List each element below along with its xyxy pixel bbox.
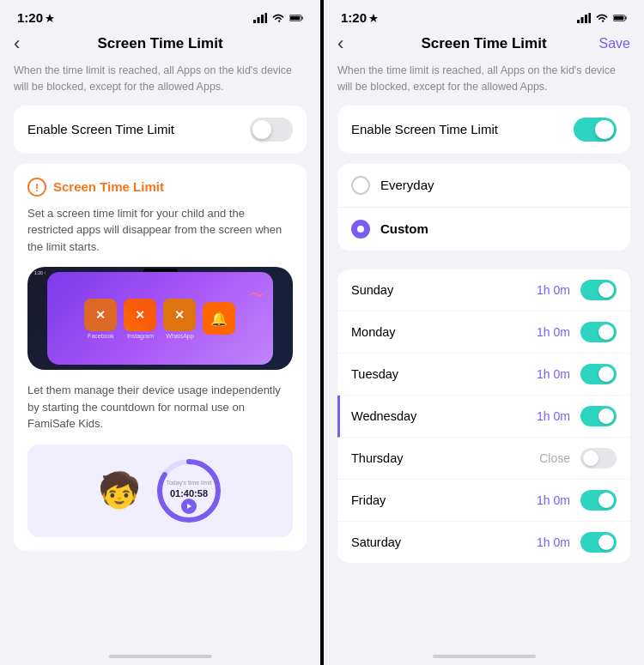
enable-toggle-label-right: Enable Screen Time Limit [351,122,498,136]
svg-text:!: ! [35,181,39,193]
enable-toggle-row-right: Enable Screen Time Limit [337,106,630,154]
toggle-knob-left [252,120,271,139]
enable-toggle-left[interactable] [250,118,293,142]
day-name-friday: Friday [351,493,537,507]
day-time-saturday: 1h 0m [537,535,570,549]
info-card-title-row: ! Screen Time Limit [27,178,293,196]
days-card: Sunday 1h 0m Monday 1h 0m Tuesday 1h 0m … [337,269,630,563]
mini-knob-monday [598,324,614,340]
back-button-left[interactable]: ‹ [14,33,20,55]
back-button-right[interactable]: ‹ [337,33,343,55]
mini-knob-friday [598,493,614,508]
save-button[interactable]: Save [599,36,630,51]
day-time-friday: 1h 0m [537,493,570,507]
nav-header-right: ‹ Screen Time Limit Save [324,28,644,59]
radio-inner-custom [357,226,364,233]
day-toggle-tuesday[interactable] [580,364,617,384]
enable-toggle-right[interactable] [574,118,617,142]
svg-rect-2 [258,17,260,23]
mini-knob-tuesday [598,366,614,382]
svg-rect-3 [261,15,264,23]
wifi-icon-left [271,13,285,23]
status-bar-left: 1:20 [0,0,320,28]
day-time-sunday: 1h 0m [537,283,570,297]
status-time-right: 1:20 [341,10,378,25]
day-toggle-sunday[interactable] [580,280,617,300]
status-bar-right: 1:20 [324,0,644,28]
ig-icon: ✕ [124,299,156,331]
radio-custom[interactable] [351,220,370,239]
day-row-thursday: Thursday Close [337,438,630,480]
svg-rect-22 [625,16,626,19]
svg-rect-17 [577,20,580,23]
day-name-wednesday: Wednesday [351,409,537,423]
svg-rect-4 [265,13,268,23]
svg-rect-20 [589,13,592,23]
mini-knob-sunday [598,282,614,298]
page-title-right: Screen Time Limit [421,35,546,52]
svg-marker-16 [369,14,378,22]
day-name-sunday: Sunday [351,283,537,297]
battery-icon-right [613,13,627,23]
schedule-custom[interactable]: Custom [337,208,630,251]
signal-icon-left [253,13,267,23]
info-card-left: ! Screen Time Limit Set a screen time li… [14,164,307,551]
description-left: When the time limit is reached, all Apps… [0,59,320,106]
ig-app-col: ✕ Instagram [124,299,156,339]
wa-icon: ✕ [163,299,196,331]
home-indicator-left [109,655,212,658]
day-row-friday: Friday 1h 0m [337,480,630,522]
blocked-overlay-fb: ✕ [84,299,117,331]
day-toggle-thursday[interactable] [580,448,617,469]
wifi-icon-right [595,13,609,23]
nav-header-left: ‹ Screen Time Limit [0,28,320,59]
battery-icon-left [289,13,303,23]
info-card-desc1: Set a screen time limit for your child a… [27,205,293,256]
day-toggle-wednesday[interactable] [580,406,617,426]
svg-text:01:40:58: 01:40:58 [169,488,207,499]
day-row-saturday: Saturday 1h 0m [337,522,630,563]
svg-rect-23 [614,15,623,20]
day-row-sunday: Sunday 1h 0m [337,269,630,311]
left-panel: 1:20 ‹ [0,0,320,665]
day-time-monday: 1h 0m [537,325,570,339]
squiggle-decoration: 〜 [249,285,264,305]
day-time-thursday: Close [539,451,570,465]
right-panel: 1:20 ‹ Screen Time Limit [324,0,644,665]
day-row-monday: Monday 1h 0m [337,311,630,354]
location-icon-right [369,14,378,22]
day-name-saturday: Saturday [351,535,537,549]
mini-knob-thursday [583,450,598,466]
schedule-everyday-label: Everyday [380,178,434,192]
signal-icon-right [577,13,591,23]
day-name-tuesday: Tuesday [351,367,537,381]
sp-app-col: 🔔 [203,302,235,335]
day-row-wednesday: Wednesday 1h 0m [337,396,630,438]
status-icons-right [577,13,627,23]
description-right: When the time limit is reached, all Apps… [324,59,644,106]
day-toggle-monday[interactable] [580,322,617,342]
sp-icon: 🔔 [203,302,235,335]
info-card-title-text: Screen Time Limit [53,179,164,194]
day-time-tuesday: 1h 0m [537,367,570,381]
toggle-knob-right [595,120,614,139]
day-time-wednesday: 1h 0m [537,409,570,423]
schedule-custom-label: Custom [380,221,428,236]
countdown-circle-wrap: Today's time limit 01:40:58 [155,456,223,525]
svg-rect-7 [290,15,300,20]
svg-rect-18 [581,17,584,23]
day-row-tuesday: Tuesday 1h 0m [337,354,630,396]
phone-mockup: 1:20 ↑ ✕ Facebook ✕ Instagram ✕ [27,267,293,370]
day-toggle-friday[interactable] [580,490,617,511]
phone-screen-inner: ✕ Facebook ✕ Instagram ✕ WhatsApp [47,272,273,365]
svg-rect-1 [253,20,256,23]
radio-everyday[interactable] [351,176,370,195]
fb-icon: ✕ [84,299,117,331]
svg-marker-0 [46,14,54,22]
schedule-everyday[interactable]: Everyday [337,164,630,208]
svg-rect-19 [585,15,587,23]
countdown-circle-svg: Today's time limit 01:40:58 [155,456,223,525]
day-toggle-saturday[interactable] [580,532,617,553]
status-time-left: 1:20 [17,10,54,25]
status-icons-left [253,13,303,23]
